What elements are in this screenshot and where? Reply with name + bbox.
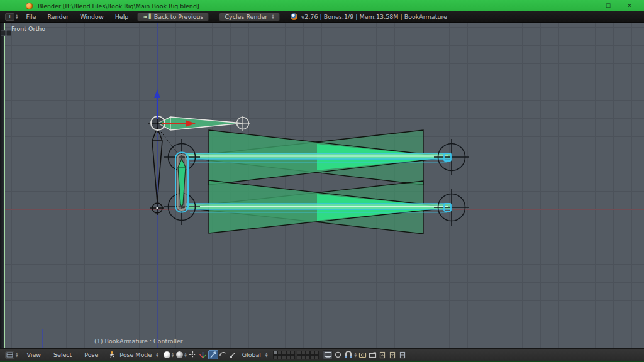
back-to-previous-button[interactable]: ◄▐ Back to Previous [137, 13, 209, 21]
mode-select[interactable]: Pose Mode ▲▼ [108, 351, 158, 359]
chevron-updown-icon: ▲▼ [184, 353, 186, 358]
viewport-shading-select[interactable]: ▲▼ [164, 351, 174, 358]
paste-flipped-pose-button[interactable] [398, 350, 408, 359]
mini-axis-gizmo: x [42, 329, 70, 348]
orientation-select[interactable]: Global ▲▼ [242, 351, 268, 358]
chevron-updown-icon: ▲▼ [16, 14, 18, 19]
editor-type-selector[interactable]: i ▲▼ [5, 13, 18, 21]
menu-pose[interactable]: Pose [78, 351, 104, 358]
shading-solid-icon [164, 351, 170, 358]
camera-render-icon [358, 351, 367, 359]
manipulator-translate-button[interactable] [208, 350, 218, 359]
screen-lock-icon [324, 351, 332, 359]
menu-select[interactable]: Select [47, 351, 78, 358]
blender-app-icon [26, 3, 33, 9]
magnet-icon [344, 351, 353, 359]
render-engine-select[interactable]: Cycles Render ▲▼ [219, 13, 279, 21]
copy-pose-icon [379, 351, 387, 359]
viewport-header: ▲▼ View Select Pose Pose Mode ▲▼ ▲▼ ▲▼ [0, 348, 644, 361]
window-titlebar[interactable]: Blender [B:\Blend Files\Book Rig\Main Bo… [0, 0, 644, 11]
window-title: Blender [B:\Blend Files\Book Rig\Main Bo… [38, 3, 199, 9]
opengl-render-anim-button[interactable] [368, 350, 378, 359]
active-object-label: (1) BookArmature : Controller [94, 337, 183, 344]
scale-arrow-icon [229, 351, 237, 359]
blender-logo-icon [291, 13, 297, 20]
maximize-button[interactable]: ☐ [597, 0, 619, 11]
manipulator-icon [189, 351, 197, 359]
chevron-updown-icon: ▲▼ [272, 14, 274, 19]
right-hinge-widgets[interactable] [434, 139, 469, 226]
pivot-median-icon [176, 351, 183, 358]
editor-type-selector-3d[interactable]: ▲▼ [5, 351, 18, 359]
book-mesh[interactable] [182, 130, 452, 234]
chevron-updown-icon: ▲▼ [354, 353, 356, 358]
pivot-point-select[interactable]: ▲▼ [176, 351, 186, 358]
spine-bone-shape[interactable] [175, 153, 188, 212]
layer-grid[interactable] [273, 351, 321, 359]
menu-window[interactable]: Window [74, 13, 109, 20]
snap-element-select[interactable]: ▲▼ [344, 351, 356, 359]
manipulator-axes[interactable] [198, 350, 208, 359]
menu-view[interactable]: View [20, 351, 47, 358]
close-button[interactable]: ✕ [619, 0, 640, 11]
minimize-button[interactable]: – [576, 0, 597, 11]
chevron-updown-icon: ▲▼ [156, 353, 158, 357]
axis-tricolor-icon [199, 351, 207, 359]
info-header: i ▲▼ File Render Window Help ◄▐ Back to … [0, 11, 644, 23]
viewport-scene: x [0, 23, 644, 348]
menu-help[interactable]: Help [109, 13, 135, 20]
3d-view-editor-icon [5, 351, 14, 359]
clapperboard-icon [369, 351, 377, 359]
manipulator-toggle[interactable] [188, 350, 198, 359]
view-orientation-label: Front Ortho [11, 25, 45, 32]
menu-render[interactable]: Render [42, 13, 74, 20]
translate-arrow-icon [209, 351, 217, 359]
scene-stats: v2.76 | Bones:1/9 | Mem:13.58M | BookArm… [301, 13, 447, 20]
chevron-updown-icon: ▲▼ [16, 353, 18, 358]
root-bone-tail-point [157, 207, 158, 209]
manipulator-scale-button[interactable] [228, 350, 238, 359]
chevron-updown-icon: ▲▼ [172, 353, 174, 358]
menu-file[interactable]: File [20, 13, 42, 20]
blender-window: Blender [B:\Blend Files\Book Rig\Main Bo… [0, 0, 644, 362]
pose-mode-icon [108, 351, 116, 359]
back-icon: ◄▐ [143, 14, 150, 19]
paste-pose-button[interactable] [388, 350, 398, 359]
paste-pose-icon [389, 351, 397, 359]
paste-flipped-icon [399, 351, 407, 359]
info-editor-icon: i [5, 13, 14, 21]
lock-to-scene-button[interactable] [323, 350, 333, 359]
rotate-arc-icon [219, 351, 227, 359]
chevron-updown-icon: ▲▼ [265, 353, 267, 357]
ring-icon [334, 351, 342, 359]
snap-toggle-button[interactable] [333, 350, 343, 359]
copy-pose-button[interactable] [378, 350, 388, 359]
opengl-render-image-button[interactable] [358, 350, 368, 359]
manipulator-rotate-button[interactable] [218, 350, 228, 359]
